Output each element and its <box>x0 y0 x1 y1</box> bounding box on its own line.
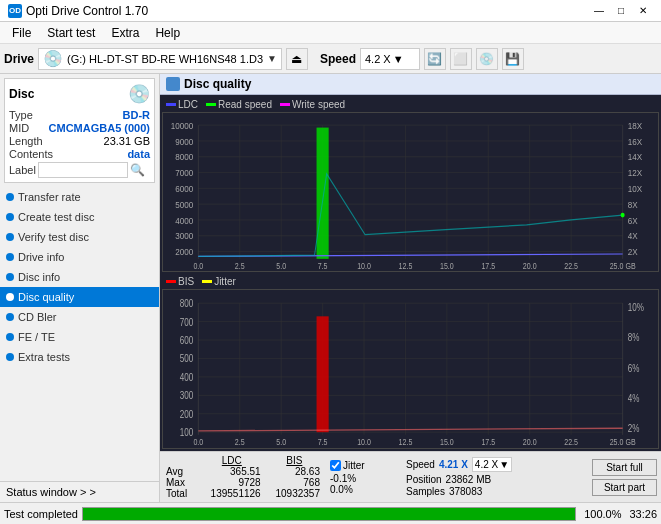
menu-start-test[interactable]: Start test <box>39 23 103 43</box>
svg-text:8X: 8X <box>628 199 638 210</box>
disc-quality-icon <box>166 77 180 91</box>
top-chart-legend: LDC Read speed Write speed <box>162 97 659 112</box>
disc-length-label: Length <box>9 135 43 147</box>
top-chart: 10000 9000 8000 7000 6000 5000 4000 3000… <box>162 112 659 272</box>
start-part-button[interactable]: Start part <box>592 479 657 496</box>
stats-table: LDC BIS Avg 365.51 28.63 Max 9728 768 To… <box>164 455 324 499</box>
svg-text:22.5: 22.5 <box>564 261 578 271</box>
nav-disc-quality[interactable]: Disc quality <box>0 287 159 307</box>
max-bis: 768 <box>265 477 324 488</box>
write-speed-color <box>280 103 290 106</box>
disc-label-input[interactable] <box>38 162 128 178</box>
nav-label: Create test disc <box>18 211 94 223</box>
disc-contents-label: Contents <box>9 148 53 160</box>
avg-label: Avg <box>164 466 199 477</box>
status-window-label: Status window > > <box>6 486 96 498</box>
disc-type-value: BD-R <box>123 109 151 121</box>
svg-text:14X: 14X <box>628 152 642 163</box>
speed-value: 4.2 X <box>365 53 391 65</box>
avg-bis: 28.63 <box>265 466 324 477</box>
nav-cd-bler[interactable]: CD Bler <box>0 307 159 327</box>
disc-length-value: 23.31 GB <box>104 135 150 147</box>
write-speed-label: Write speed <box>292 99 345 110</box>
drive-name: (G:) HL-DT-ST BD-RE WH16NS48 1.D3 <box>67 53 263 65</box>
svg-text:9000: 9000 <box>175 136 193 147</box>
disc-label-label: Label <box>9 164 36 176</box>
start-full-button[interactable]: Start full <box>592 459 657 476</box>
nav-verify-test-disc[interactable]: Verify test disc <box>0 227 159 247</box>
nav-dot <box>6 193 14 201</box>
bottom-status-bar: Test completed 100.0% 33:26 <box>0 502 661 524</box>
disc-icon: 💿 <box>128 83 150 105</box>
disc-erase-button[interactable]: ⬜ <box>450 48 472 70</box>
max-jitter: 0.0% <box>330 484 400 495</box>
refresh-button[interactable]: 🔄 <box>424 48 446 70</box>
legend-bis: BIS <box>166 276 194 287</box>
status-text: Test completed <box>4 508 78 520</box>
menu-file[interactable]: File <box>4 23 39 43</box>
svg-text:5.0: 5.0 <box>276 438 286 448</box>
svg-text:600: 600 <box>180 335 193 346</box>
nav-label: Verify test disc <box>18 231 89 243</box>
svg-text:7000: 7000 <box>175 167 193 178</box>
nav-transfer-rate[interactable]: Transfer rate <box>0 187 159 207</box>
app-title: Opti Drive Control 1.70 <box>26 4 148 18</box>
drive-bar: Drive 💿 (G:) HL-DT-ST BD-RE WH16NS48 1.D… <box>0 44 661 74</box>
speed-arrow: ▼ <box>393 53 404 65</box>
ldc-label: LDC <box>178 99 198 110</box>
max-label: Max <box>164 477 199 488</box>
svg-text:20.0: 20.0 <box>523 261 537 271</box>
status-window-link[interactable]: Status window > > <box>0 481 159 502</box>
close-button[interactable]: ✕ <box>633 3 653 19</box>
save-button[interactable]: 💾 <box>502 48 524 70</box>
svg-text:800: 800 <box>180 298 193 309</box>
jitter-color <box>202 280 212 283</box>
nav-dot <box>6 313 14 321</box>
svg-text:2.5: 2.5 <box>235 438 245 448</box>
svg-text:6X: 6X <box>628 215 638 226</box>
svg-text:12.5: 12.5 <box>399 438 413 448</box>
samples-value: 378083 <box>449 486 482 497</box>
svg-text:400: 400 <box>180 372 193 383</box>
stats-bis-header: BIS <box>265 455 324 466</box>
nav-create-test-disc[interactable]: Create test disc <box>0 207 159 227</box>
nav-fe-te[interactable]: FE / TE <box>0 327 159 347</box>
nav-label: Transfer rate <box>18 191 81 203</box>
menu-help[interactable]: Help <box>147 23 188 43</box>
content-area: Disc quality LDC Read speed Write speed <box>160 74 661 502</box>
stats-bar: LDC BIS Avg 365.51 28.63 Max 9728 768 To… <box>160 451 661 502</box>
maximize-button[interactable]: □ <box>611 3 631 19</box>
total-bis: 10932357 <box>265 488 324 499</box>
eject-button[interactable]: ⏏ <box>286 48 308 70</box>
speed-dropdown[interactable]: 4.2 X ▼ <box>472 457 512 472</box>
drive-selector[interactable]: 💿 (G:) HL-DT-ST BD-RE WH16NS48 1.D3 ▼ <box>38 48 282 70</box>
minimize-button[interactable]: — <box>589 3 609 19</box>
legend-read-speed: Read speed <box>206 99 272 110</box>
disc-length-row: Length 23.31 GB <box>9 135 150 147</box>
disc-mid-row: MID CMCMAGBA5 (000) <box>9 122 150 134</box>
nav-disc-info[interactable]: Disc info <box>0 267 159 287</box>
svg-text:6000: 6000 <box>175 183 193 194</box>
menu-extra[interactable]: Extra <box>103 23 147 43</box>
speed-stat-value: 4.21 X <box>439 459 468 470</box>
progress-percent: 100.0% <box>584 508 621 520</box>
nav-extra-tests[interactable]: Extra tests <box>0 347 159 367</box>
drive-dropdown-arrow: ▼ <box>267 53 277 64</box>
jitter-checkbox[interactable] <box>330 460 341 471</box>
avg-jitter: -0.1% <box>330 473 400 484</box>
svg-text:6%: 6% <box>628 363 640 374</box>
title-bar-left: OD Opti Drive Control 1.70 <box>8 4 148 18</box>
disc-label-icon[interactable]: 🔍 <box>130 163 145 177</box>
svg-text:20.0: 20.0 <box>523 438 537 448</box>
main-layout: Disc 💿 Type BD-R MID CMCMAGBA5 (000) Len… <box>0 74 661 502</box>
disc-mid-value: CMCMAGBA5 (000) <box>49 122 150 134</box>
nav-dot <box>6 253 14 261</box>
speed-selector[interactable]: 4.2 X ▼ <box>360 48 420 70</box>
speed-select-arrow: ▼ <box>499 459 509 470</box>
stats-ldc-header: LDC <box>199 455 265 466</box>
nav-drive-info[interactable]: Drive info <box>0 247 159 267</box>
nav-label: FE / TE <box>18 331 55 343</box>
svg-text:18X: 18X <box>628 120 642 131</box>
disc-write-button[interactable]: 💿 <box>476 48 498 70</box>
max-ldc: 9728 <box>199 477 265 488</box>
